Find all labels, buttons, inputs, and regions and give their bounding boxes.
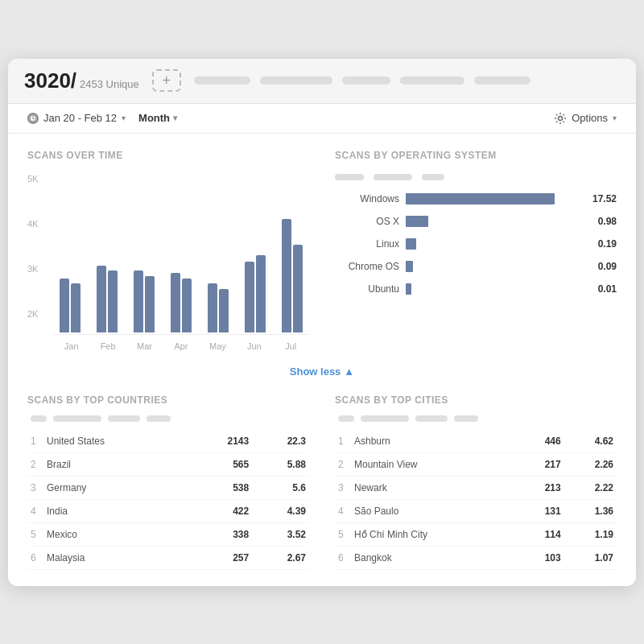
table-row: 4São Paulo1311.36	[335, 499, 617, 522]
filter-bar: Jan 20 - Feb 12 ▾ Month ▾ Options ▾	[8, 104, 636, 134]
rank-cell: 5	[335, 522, 351, 546]
os-row-linux: Linux0.19	[335, 238, 617, 250]
placeholder-pill-2	[260, 76, 332, 85]
period-selector[interactable]: Month ▾	[138, 112, 177, 124]
os-row-windows: Windows17.52	[335, 193, 617, 204]
os-rows: Windows17.52OS X0.98Linux0.19Chrome OS0.…	[335, 193, 617, 295]
date-chevron-icon: ▾	[122, 114, 126, 122]
bar-may-1	[219, 289, 229, 332]
options-chevron-icon: ▾	[613, 114, 617, 122]
rank-cell: 1	[27, 430, 43, 453]
col-pill-1	[31, 415, 47, 422]
table-row: 3Germany5385.6	[27, 476, 309, 499]
scans-cell: 131	[517, 499, 564, 522]
name-cell: Mountain View	[351, 452, 517, 476]
rank-cell: 1	[335, 430, 351, 453]
name-cell: United States	[43, 430, 189, 453]
bars-wrapper	[53, 174, 309, 335]
bar-jun-0	[245, 262, 254, 332]
show-less-label: Show less	[290, 365, 341, 378]
rank-cell: 6	[335, 546, 351, 569]
bar-apr-1	[182, 279, 192, 332]
pct-cell: 4.62	[564, 430, 617, 453]
options-label: Options	[572, 112, 608, 124]
scans-cell: 103	[517, 546, 564, 569]
bars-area	[53, 174, 309, 335]
pct-cell: 2.22	[564, 476, 617, 499]
col-pill-3	[108, 415, 140, 422]
name-cell: Newark	[351, 476, 517, 499]
show-less-button[interactable]: Show less ▲	[290, 365, 354, 378]
svg-point-3	[559, 116, 563, 120]
x-label-apr: Apr	[163, 341, 199, 351]
scans-cell: 114	[517, 522, 564, 546]
cities-table-col: Scans by Top Cities 1Ashburn4464.622Moun…	[335, 394, 617, 570]
bar-group-jan	[53, 279, 87, 332]
pct-cell: 5.6	[252, 476, 309, 499]
os-bar-fill-os-x	[406, 216, 428, 227]
scans-cell: 2143	[189, 430, 252, 453]
bar-group-jun	[238, 255, 272, 332]
pct-cell: 2.67	[252, 546, 309, 569]
x-label-jun: Jun	[236, 341, 272, 351]
bar-may-0	[208, 283, 217, 332]
period-label: Month	[138, 112, 170, 124]
unique-label: 2453 Unique	[80, 78, 139, 90]
scans-cell: 538	[189, 476, 252, 499]
col-pill-c1	[338, 415, 354, 422]
os-bar-track-ubuntu	[406, 283, 581, 295]
top-section: Scans Over Time 5K 4K 3K 2K JanFebMarApr…	[27, 150, 617, 351]
bar-feb-0	[97, 266, 106, 332]
name-cell: Bangkok	[351, 546, 517, 569]
bar-group-mar	[127, 270, 161, 332]
rank-cell: 6	[27, 546, 43, 569]
cities-table-header-pills	[335, 415, 617, 422]
name-cell: Mexico	[43, 522, 189, 546]
bar-jun-1	[256, 255, 266, 332]
os-value-windows: 17.52	[588, 193, 617, 204]
scans-over-time-section: Scans Over Time 5K 4K 3K 2K JanFebMarApr…	[27, 150, 309, 351]
bar-jul-1	[293, 245, 303, 332]
os-name-windows: Windows	[335, 193, 399, 204]
scans-cell: 446	[517, 430, 564, 453]
bar-mar-1	[145, 276, 155, 332]
rank-cell: 2	[27, 452, 43, 476]
bar-apr-0	[171, 273, 180, 332]
os-bar-track-linux	[406, 238, 581, 250]
pct-cell: 1.07	[564, 546, 617, 569]
os-value-chrome-os: 0.09	[588, 261, 617, 272]
pct-cell: 5.88	[252, 452, 309, 476]
x-label-feb: Feb	[89, 341, 126, 351]
big-number: 3020/	[24, 68, 76, 93]
options-button[interactable]: Options ▾	[554, 112, 617, 125]
os-legend	[335, 174, 617, 180]
rank-cell: 4	[335, 499, 351, 522]
y-axis-labels: 5K 4K 3K 2K	[27, 174, 38, 319]
os-legend-2	[374, 174, 412, 180]
table-row: 6Bangkok1031.07	[335, 546, 617, 569]
scans-cell: 565	[189, 452, 252, 476]
x-label-mar: Mar	[126, 341, 163, 351]
x-label-may: May	[200, 341, 236, 351]
col-pill-c3	[415, 415, 448, 422]
os-name-os-x: OS X	[335, 216, 399, 227]
date-range-label: Jan 20 - Feb 12	[43, 112, 117, 124]
svg-line-2	[33, 118, 35, 119]
x-axis-labels: JanFebMarAprMayJunJul	[53, 341, 309, 351]
os-name-linux: Linux	[335, 238, 399, 250]
os-bar-fill-chrome-os	[406, 261, 413, 272]
countries-table: 1United States214322.32Brazil5655.883Ger…	[27, 430, 309, 570]
rank-cell: 3	[27, 476, 43, 499]
bar-group-jul	[275, 219, 309, 332]
date-range-selector[interactable]: Jan 20 - Feb 12 ▾	[27, 112, 126, 124]
add-button[interactable]: +	[152, 69, 181, 92]
rank-cell: 4	[27, 499, 43, 522]
col-pill-c2	[361, 415, 409, 422]
main-content: Scans Over Time 5K 4K 3K 2K JanFebMarApr…	[8, 134, 636, 586]
bar-jan-0	[60, 279, 69, 332]
table-row: 2Mountain View2172.26	[335, 452, 617, 476]
os-row-chrome-os: Chrome OS0.09	[335, 261, 617, 272]
os-bar-track-windows	[406, 193, 581, 204]
scans-by-os-section: Scans by Operating System Windows17.52OS…	[335, 150, 617, 351]
placeholder-pill-3	[342, 76, 390, 85]
